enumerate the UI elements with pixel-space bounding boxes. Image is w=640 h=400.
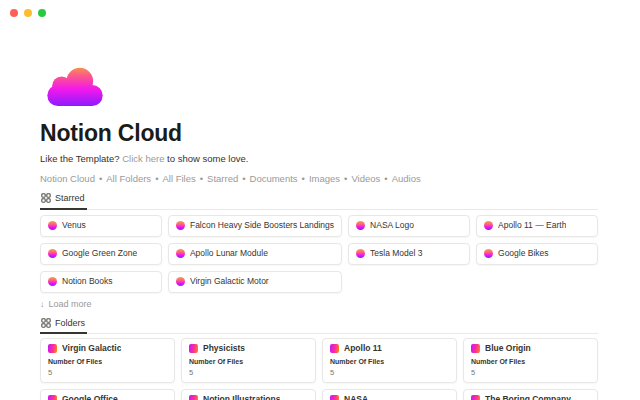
starred-card[interactable]: Virgin Galactic Motor — [168, 271, 342, 293]
folder-card-title: Google Office — [62, 395, 118, 400]
folder-card[interactable]: Blue Origin Number Of Files 5 — [463, 338, 598, 383]
property-value: 5 — [48, 368, 167, 377]
starred-card[interactable]: Apollo 11 — Earth — [476, 215, 598, 237]
load-more-label: Load more — [49, 299, 92, 309]
folder-card-title: Physicists — [203, 344, 245, 354]
starred-card[interactable]: Notion Books — [40, 271, 162, 293]
gradient-file-icon — [484, 249, 493, 258]
minimize-button[interactable] — [24, 9, 32, 17]
property-value: 5 — [471, 368, 590, 377]
gradient-folder-icon — [471, 395, 480, 400]
subtitle: Like the Template? Click here to show so… — [40, 153, 598, 164]
gradient-file-icon — [356, 221, 365, 230]
property-label: Number Of Files — [471, 358, 590, 366]
gradient-file-icon — [48, 277, 57, 286]
property-label: Number Of Files — [189, 358, 308, 366]
starred-card[interactable]: Venus — [40, 215, 162, 237]
starred-section: Starred Venus Falcon Heavy Side Boosters… — [40, 192, 598, 310]
starred-card-title: Notion Books — [62, 277, 113, 287]
folder-card-title: Virgin Galactic — [62, 344, 121, 354]
starred-card-title: Google Bikes — [498, 249, 549, 259]
nav-separator: • — [384, 173, 387, 184]
nav-separator: • — [99, 173, 102, 184]
nav-link-all-files[interactable]: All Files — [162, 173, 195, 184]
folder-card-title: Notion Illustrations — [203, 395, 280, 400]
starred-card[interactable]: Tesla Model 3 — [348, 243, 470, 265]
gradient-folder-icon — [48, 395, 57, 400]
nav-separator: • — [200, 173, 203, 184]
gradient-folder-icon — [471, 344, 480, 353]
starred-card-title: Falcon Heavy Side Boosters Landings — [190, 221, 334, 231]
nav-separator: • — [302, 173, 305, 184]
gradient-folder-icon — [189, 395, 198, 400]
starred-tab-bar: Starred — [40, 192, 598, 209]
click-here-link[interactable]: Click here — [122, 153, 164, 164]
starred-card-title: Virgin Galactic Motor — [190, 277, 269, 287]
folder-card[interactable]: NASA Number Of Files — [322, 389, 457, 400]
gradient-file-icon — [176, 221, 185, 230]
folder-card[interactable]: The Boring Company Number Of Files — [463, 389, 598, 400]
folders-tab-bar: Folders — [40, 317, 598, 334]
view-links: Notion Cloud • All Folders • All Files •… — [40, 173, 598, 184]
tab-starred[interactable]: Starred — [40, 192, 87, 209]
folders-grid: Virgin Galactic Number Of Files 5 Physic… — [40, 338, 598, 400]
starred-grid: Venus Falcon Heavy Side Boosters Landing… — [40, 215, 598, 293]
arrow-down-icon: ↓ — [40, 299, 45, 309]
cloud-logo-icon — [47, 64, 103, 106]
property-label: Number Of Files — [330, 358, 449, 366]
gradient-file-icon — [176, 277, 185, 286]
folder-card[interactable]: Apollo 11 Number Of Files 5 — [322, 338, 457, 383]
property-value: 5 — [189, 368, 308, 377]
property-value: 5 — [330, 368, 449, 377]
gradient-folder-icon — [330, 344, 339, 353]
folder-card[interactable]: Google Office Number Of Files — [40, 389, 175, 400]
nav-link-starred[interactable]: Starred — [207, 173, 238, 184]
starred-card[interactable]: Apollo Lunar Module — [168, 243, 342, 265]
starred-card-title: Tesla Model 3 — [370, 249, 422, 259]
gradient-file-icon — [48, 221, 57, 230]
starred-card-title: Apollo 11 — Earth — [498, 221, 566, 231]
nav-separator: • — [344, 173, 347, 184]
nav-link-videos[interactable]: Videos — [351, 173, 380, 184]
subtitle-suffix: to show some love. — [167, 153, 248, 164]
folder-card-title: Blue Origin — [485, 344, 531, 354]
gradient-folder-icon — [48, 344, 57, 353]
folder-card-title: The Boring Company — [485, 395, 571, 400]
tab-folders[interactable]: Folders — [40, 317, 87, 334]
gradient-file-icon — [356, 249, 365, 258]
nav-separator: • — [242, 173, 245, 184]
tab-starred-label: Starred — [55, 193, 85, 203]
starred-card[interactable]: Google Green Zone — [40, 243, 162, 265]
subtitle-prefix: Like the Template? — [40, 153, 120, 164]
starred-card[interactable]: Falcon Heavy Side Boosters Landings — [168, 215, 342, 237]
property-label: Number Of Files — [48, 358, 167, 366]
starred-card[interactable]: NASA Logo — [348, 215, 470, 237]
load-more-button[interactable]: ↓ Load more — [40, 299, 92, 309]
tab-folders-label: Folders — [55, 318, 85, 328]
page-title: Notion Cloud — [40, 120, 598, 146]
folder-card[interactable]: Notion Illustrations Number Of Files — [181, 389, 316, 400]
gradient-file-icon — [48, 249, 57, 258]
gradient-folder-icon — [330, 395, 339, 400]
gallery-view-icon — [41, 193, 51, 203]
folder-card[interactable]: Virgin Galactic Number Of Files 5 — [40, 338, 175, 383]
close-button[interactable] — [10, 9, 18, 17]
nav-link-documents[interactable]: Documents — [250, 173, 298, 184]
folder-card[interactable]: Physicists Number Of Files 5 — [181, 338, 316, 383]
starred-card-title: Venus — [62, 221, 86, 231]
gallery-view-icon — [41, 318, 51, 328]
gradient-file-icon — [484, 221, 493, 230]
nav-link-images[interactable]: Images — [309, 173, 340, 184]
nav-separator: • — [155, 173, 158, 184]
nav-link-audios[interactable]: Audios — [392, 173, 421, 184]
nav-link-notion-cloud[interactable]: Notion Cloud — [40, 173, 95, 184]
page-content: Notion Cloud Like the Template? Click he… — [40, 0, 598, 400]
gradient-file-icon — [176, 249, 185, 258]
starred-card-title: Apollo Lunar Module — [190, 249, 268, 259]
folder-card-title: NASA — [344, 395, 368, 400]
folder-card-title: Apollo 11 — [344, 344, 382, 354]
nav-link-all-folders[interactable]: All Folders — [106, 173, 151, 184]
starred-card[interactable]: Google Bikes — [476, 243, 598, 265]
gradient-folder-icon — [189, 344, 198, 353]
starred-card-title: NASA Logo — [370, 221, 414, 231]
